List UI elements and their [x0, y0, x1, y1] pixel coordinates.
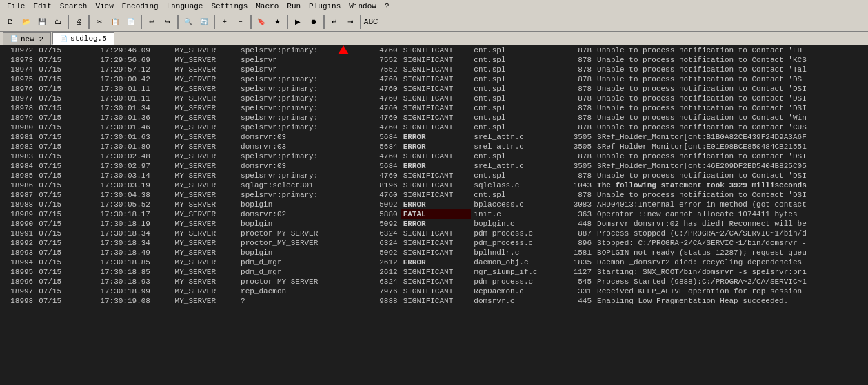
menu-settings[interactable]: Settings [207, 1, 252, 11]
cell-time: 17:30:01.46 [97, 123, 172, 132]
cell-msg: SRef_Holder_Monitor[cnt:B1B0A82CE439F24D… [594, 132, 868, 142]
cell-file: init.c [471, 209, 559, 219]
menu-language[interactable]: Language [163, 1, 208, 11]
cell-time: 17:30:01.36 [97, 113, 172, 123]
cell-msg: Daemon _domsrvr2 died: recycling depende… [594, 258, 868, 267]
menu-macro[interactable]: Macro [252, 1, 283, 11]
tab-stdlog5-label: stdlog.5 [70, 34, 107, 43]
cell-linenum: 18979 [0, 113, 36, 123]
cell-source: spelsrvr:primary: [238, 45, 361, 55]
toolbar-sep-5 [214, 15, 215, 29]
cell-fileline: 3505 [559, 132, 594, 142]
cell-pid: 8196 [361, 180, 400, 190]
table-row: 18972 07/15 17:29:46.09 MY_SERVER spelsr… [0, 45, 868, 55]
menu-file[interactable]: File [3, 1, 29, 11]
log-area[interactable]: 18972 07/15 17:29:46.09 MY_SERVER spelsr… [0, 45, 868, 385]
cell-pid: 4760 [361, 84, 400, 94]
find-button[interactable]: 🔍 [181, 14, 196, 30]
save-button[interactable]: 💾 [34, 14, 50, 30]
cell-time: 17:29:57.12 [97, 65, 172, 74]
menu-window[interactable]: Window [345, 1, 381, 11]
cell-msg: Operator ::new cannot allocate 1074411 b… [594, 209, 868, 219]
cell-time: 17:30:18.85 [97, 258, 172, 267]
cell-fileline: 878 [559, 74, 594, 84]
cell-pid: 4760 [361, 74, 400, 84]
menu-plugins[interactable]: Plugins [305, 1, 345, 11]
redo-button[interactable]: ↪ [160, 14, 175, 30]
cell-server: MY_SERVER [172, 209, 239, 219]
paste-button[interactable]: 📄 [123, 14, 139, 30]
cell-time: 17:30:00.42 [97, 74, 172, 84]
save-all-button[interactable]: 🗂 [50, 14, 65, 30]
menu-view[interactable]: View [91, 1, 117, 11]
table-row: 18985 07/15 17:30:03.14 MY_SERVER spelsr… [0, 171, 868, 180]
cell-time: 17:30:18.85 [97, 267, 172, 277]
cell-date: 07/15 [36, 65, 97, 74]
cell-date: 07/15 [36, 200, 97, 209]
new-button[interactable]: 🗋 [3, 14, 18, 30]
cell-time: 17:30:18.19 [97, 219, 172, 229]
replace-button[interactable]: 🔄 [196, 14, 212, 30]
menu-search[interactable]: Search [56, 1, 92, 11]
cell-msg: BOPLGIN not ready (status=12287); reques… [594, 248, 868, 258]
wrap-button[interactable]: ↵ [327, 14, 342, 30]
cell-server: MY_SERVER [172, 152, 239, 161]
cell-time: 17:30:18.93 [97, 277, 172, 287]
cell-level: SIGNIFICANT [401, 103, 472, 113]
cell-server: MY_SERVER [172, 161, 239, 171]
cell-source: spelsrvr:primary: [238, 84, 361, 94]
cell-linenum: 18986 [0, 180, 36, 190]
cell-source: spelsrvr [238, 65, 361, 74]
toolbar-sep-1 [68, 15, 69, 29]
cell-file: cnt.spl [471, 55, 559, 65]
open-button[interactable]: 📂 [19, 14, 34, 30]
mark-all-button[interactable]: ★ [270, 14, 285, 30]
tab-new2[interactable]: 📄 new 2 [3, 32, 51, 45]
zoom-out-button[interactable]: − [233, 14, 248, 30]
cell-pid: 4760 [361, 190, 400, 200]
cell-fileline: 1581 [559, 248, 594, 258]
cell-source: rep_daemon [238, 287, 361, 296]
cell-linenum: 18989 [0, 209, 36, 219]
cell-file: cnt.spl [471, 123, 559, 132]
cell-level: SIGNIFICANT [401, 94, 472, 103]
table-row: 18983 07/15 17:30:02.48 MY_SERVER spelsr… [0, 152, 868, 161]
menu-run[interactable]: Run [283, 1, 305, 11]
cell-server: MY_SERVER [172, 238, 239, 248]
spell-button[interactable]: ABC [363, 14, 379, 30]
cell-level: SIGNIFICANT [401, 238, 472, 248]
tab-stdlog5[interactable]: 📄 stdlog.5 [52, 32, 114, 45]
cell-fileline: 878 [559, 84, 594, 94]
undo-button[interactable]: ↩ [144, 14, 159, 30]
cell-linenum: 18996 [0, 277, 36, 287]
table-row: 18989 07/15 17:30:18.17 MY_SERVER domsrv… [0, 209, 868, 219]
cell-fileline: 878 [559, 171, 594, 180]
cell-date: 07/15 [36, 296, 97, 306]
cell-server: MY_SERVER [172, 123, 239, 132]
cut-button[interactable]: ✂ [92, 14, 107, 30]
cell-date: 07/15 [36, 209, 97, 219]
cell-msg: Unable to process notification to Contac… [594, 45, 868, 55]
indent-button[interactable]: ⇥ [343, 14, 358, 30]
cell-fileline: 448 [559, 219, 594, 229]
cell-source: sqlagt:select301 [238, 180, 361, 190]
cell-date: 07/15 [36, 132, 97, 142]
cell-date: 07/15 [36, 113, 97, 123]
cell-time: 17:30:03.19 [97, 180, 172, 190]
menu-help[interactable]: ? [381, 1, 394, 11]
menu-edit[interactable]: Edit [29, 1, 55, 11]
print-button[interactable]: 🖨 [71, 14, 86, 30]
cell-file: cnt.spl [471, 45, 559, 55]
cell-file: cnt.spl [471, 84, 559, 94]
menu-encoding[interactable]: Encoding [118, 1, 163, 11]
record-button[interactable]: ⏺ [306, 14, 321, 30]
cell-pid: 5684 [361, 161, 400, 171]
run-button[interactable]: ▶ [290, 14, 305, 30]
zoom-in-button[interactable]: + [217, 14, 232, 30]
cell-source: proctor_MY_SERVER [238, 229, 361, 238]
cell-linenum: 18988 [0, 200, 36, 209]
cell-file: cnt.spl [471, 190, 559, 200]
bookmark-button[interactable]: 🔖 [254, 14, 269, 30]
cell-server: MY_SERVER [172, 84, 239, 94]
copy-button[interactable]: 📋 [108, 14, 123, 30]
